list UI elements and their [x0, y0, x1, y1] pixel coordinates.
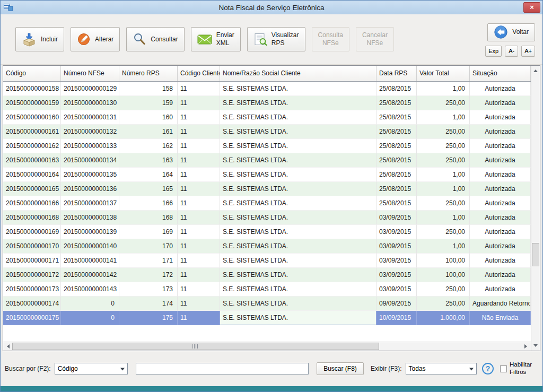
table-cell[interactable]: 201500000000130	[61, 96, 119, 110]
table-cell[interactable]: S.E. SISTEMAS LTDA.	[220, 297, 376, 311]
table-cell[interactable]: 201500000000142	[61, 268, 119, 282]
table-cell[interactable]: Autorizada	[470, 254, 531, 268]
table-cell[interactable]: 201500000000171	[3, 254, 61, 268]
table-cell[interactable]: 250,00	[417, 153, 470, 168]
table-cell[interactable]: S.E. SISTEMAS LTDA.	[220, 125, 376, 139]
table-cell[interactable]: 165	[119, 182, 178, 196]
table-cell[interactable]: 201500000000168	[3, 211, 61, 225]
consulta-nfse-button[interactable]: Consulta NFSe	[312, 27, 349, 51]
table-cell[interactable]: 201500000000158	[3, 82, 61, 96]
table-cell[interactable]: 173	[119, 282, 178, 297]
table-cell[interactable]: 201500000000139	[61, 225, 119, 239]
horizontal-scroll-thumb[interactable]	[12, 343, 379, 350]
table-cell[interactable]: 03/09/2015	[376, 282, 417, 297]
table-row[interactable]: 20150000000016420150000000013516411S.E. …	[3, 168, 531, 182]
table-cell[interactable]: 1,00	[417, 110, 470, 125]
table-cell[interactable]: Autorizada	[470, 282, 531, 297]
table-cell[interactable]: S.E. SISTEMAS LTDA.	[220, 168, 376, 182]
horizontal-scrollbar[interactable]	[3, 342, 531, 351]
table-cell[interactable]: 11	[178, 254, 220, 268]
table-cell[interactable]: 03/09/2015	[376, 268, 417, 282]
search-input[interactable]	[136, 363, 309, 374]
table-row[interactable]: 20150000000015820150000000012915811S.E. …	[3, 82, 531, 96]
table-cell[interactable]: 11	[178, 139, 220, 153]
table-cell[interactable]: 163	[119, 153, 178, 168]
exibir-combo[interactable]: Todas	[406, 363, 477, 374]
table-cell[interactable]: S.E. SISTEMAS LTDA.	[220, 182, 376, 196]
table-cell[interactable]: 25/08/2015	[376, 182, 417, 196]
table-row[interactable]: 20150000000016620150000000013716611S.E. …	[3, 196, 531, 211]
table-row[interactable]: 20150000000015920150000000013015911S.E. …	[3, 96, 531, 110]
table-cell[interactable]: 250,00	[417, 196, 470, 211]
table-cell[interactable]: 11	[178, 297, 220, 311]
table-cell[interactable]: 201500000000175	[3, 311, 61, 325]
table-cell[interactable]: 201500000000135	[61, 168, 119, 182]
table-cell[interactable]: Aguardando Retorno	[470, 297, 531, 311]
table-cell[interactable]: 11	[178, 125, 220, 139]
table-cell[interactable]: 11	[178, 268, 220, 282]
table-cell[interactable]: 11	[178, 282, 220, 297]
table-cell[interactable]: S.E. SISTEMAS LTDA.	[220, 311, 376, 325]
table-cell[interactable]: 201500000000133	[61, 139, 119, 153]
table-cell[interactable]: 11	[178, 311, 220, 325]
table-cell[interactable]: 201500000000165	[3, 182, 61, 196]
table-cell[interactable]: 11	[178, 96, 220, 110]
table-cell[interactable]: S.E. SISTEMAS LTDA.	[220, 153, 376, 168]
table-cell[interactable]: 03/09/2015	[376, 239, 417, 254]
table-cell[interactable]: 0	[61, 311, 119, 325]
table-cell[interactable]: S.E. SISTEMAS LTDA.	[220, 82, 376, 96]
visualizar-rps-button[interactable]: Visualizar RPS	[247, 27, 305, 51]
table-cell[interactable]: 11	[178, 168, 220, 182]
table-cell[interactable]: 100,00	[417, 268, 470, 282]
table-cell[interactable]: 03/09/2015	[376, 254, 417, 268]
table-cell[interactable]: 162	[119, 139, 178, 153]
font-decrease-button[interactable]: A-	[505, 46, 518, 57]
table-cell[interactable]: 0	[61, 297, 119, 311]
table-row[interactable]: 20150000000016820150000000013816811S.E. …	[3, 211, 531, 225]
column-header[interactable]: Situação	[470, 66, 531, 81]
table-cell[interactable]: 11	[178, 182, 220, 196]
table-cell[interactable]: 25/08/2015	[376, 139, 417, 153]
voltar-button[interactable]: Voltar	[487, 23, 535, 41]
enviar-xml-button[interactable]: Enviar XML	[191, 27, 241, 51]
table-cell[interactable]: 201500000000174	[3, 297, 61, 311]
titlebar[interactable]: Nota Fiscal de Serviço Eletrônica ×	[1, 1, 542, 14]
table-row[interactable]: 20150000000017220150000000014217211S.E. …	[3, 268, 531, 282]
scroll-left-arrow-icon[interactable]	[3, 342, 12, 351]
table-cell[interactable]: 25/08/2015	[376, 153, 417, 168]
table-cell[interactable]: 100,00	[417, 254, 470, 268]
table-cell[interactable]: Autorizada	[470, 82, 531, 96]
table-cell[interactable]: 201500000000137	[61, 196, 119, 211]
table-cell[interactable]: 11	[178, 211, 220, 225]
table-row[interactable]: 20150000000016220150000000013316211S.E. …	[3, 139, 531, 153]
vertical-scrollbar[interactable]	[531, 66, 540, 351]
table-cell[interactable]: 175	[119, 311, 178, 325]
table-cell[interactable]: 168	[119, 211, 178, 225]
table-cell[interactable]: 1,00	[417, 182, 470, 196]
table-cell[interactable]: 201500000000170	[3, 239, 61, 254]
table-cell[interactable]: S.E. SISTEMAS LTDA.	[220, 268, 376, 282]
table-cell[interactable]: 250,00	[417, 139, 470, 153]
table-cell[interactable]: 11	[178, 110, 220, 125]
table-cell[interactable]: 25/08/2015	[376, 82, 417, 96]
table-cell[interactable]: 160	[119, 110, 178, 125]
column-header[interactable]: Código	[3, 66, 61, 81]
column-header[interactable]: Data RPS	[376, 66, 417, 81]
exp-button[interactable]: Exp	[485, 46, 502, 57]
habilitar-filtros-control[interactable]: Habilitar Filtros	[500, 361, 538, 376]
table-cell[interactable]: 172	[119, 268, 178, 282]
table-cell[interactable]: 201500000000132	[61, 125, 119, 139]
table-cell[interactable]: 201500000000162	[3, 139, 61, 153]
column-header[interactable]: Número NFSe	[61, 66, 119, 81]
table-cell[interactable]: 201500000000143	[61, 282, 119, 297]
table-cell[interactable]: 1,00	[417, 239, 470, 254]
table-cell[interactable]: 201500000000172	[3, 268, 61, 282]
table-row[interactable]: 20150000000016120150000000013216111S.E. …	[3, 125, 531, 139]
table-cell[interactable]: 25/08/2015	[376, 110, 417, 125]
alterar-button[interactable]: Alterar	[71, 27, 120, 51]
close-button[interactable]: ×	[523, 2, 540, 13]
scroll-right-arrow-icon[interactable]	[522, 342, 531, 351]
table-cell[interactable]: S.E. SISTEMAS LTDA.	[220, 211, 376, 225]
table-row[interactable]: 20150000000017020150000000014017011S.E. …	[3, 239, 531, 254]
table-cell[interactable]: 201500000000131	[61, 110, 119, 125]
